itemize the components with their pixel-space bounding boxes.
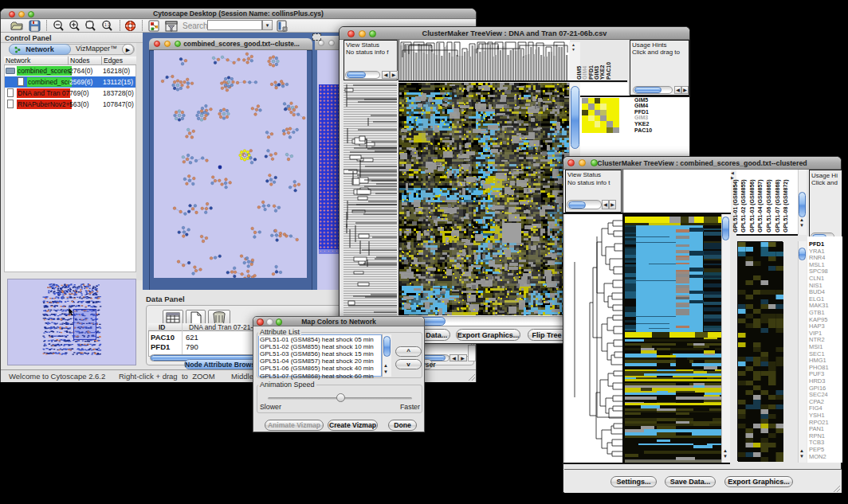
svg-text:1:1: 1:1 [104,22,110,27]
